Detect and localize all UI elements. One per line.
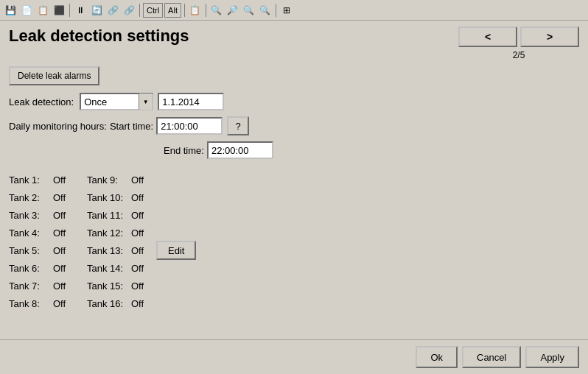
nav-row: < > <box>458 27 579 47</box>
tank-label-3: Tank 3: <box>9 210 53 221</box>
tank-row-left-3: Tank 3:Off <box>9 206 75 224</box>
tanks-col-left: Tank 1:OffTank 2:OffTank 3:OffTank 4:Off… <box>9 171 75 334</box>
toolbar-zoom-custom[interactable]: 🔍 <box>258 3 273 18</box>
tanks-section: Tank 1:OffTank 2:OffTank 3:OffTank 4:Off… <box>9 171 579 334</box>
daily-monitoring-row: Daily monitoring hours: Start time: ? <box>9 116 579 135</box>
tank-row-left-6: Tank 6:Off <box>9 259 75 277</box>
tank-row-left-7: Tank 7:Off <box>9 277 75 294</box>
leak-detection-dropdown[interactable]: Once ▼ <box>80 93 153 110</box>
toolbar-zoom-fit[interactable]: 🔍 <box>242 3 256 18</box>
tank-label-6: Tank 6: <box>9 263 53 274</box>
toolbar-ctrl-btn[interactable]: Ctrl <box>143 3 163 18</box>
toolbar-icon-7[interactable]: 🔗 <box>105 3 120 18</box>
toolbar-icon-3[interactable]: 📋 <box>35 3 50 18</box>
leak-detection-row: Leak detection: Once ▼ <box>9 93 579 110</box>
tank-label-16: Tank 16: <box>87 298 131 309</box>
tanks-wrapper: Tank 1:OffTank 2:OffTank 3:OffTank 4:Off… <box>9 171 579 334</box>
tank-label-10: Tank 10: <box>87 192 131 203</box>
start-time-input[interactable] <box>156 117 223 135</box>
tank-status-13: Off <box>131 245 153 256</box>
tank-status-15: Off <box>131 280 153 292</box>
page-header: Leak detection settings < > 2/5 <box>9 27 579 60</box>
toolbar: 💾 📄 📋 ⬛ ⏸ 🔄 🔗 🔗 Ctrl Alt 📋 🔍 🔎 🔍 🔍 ⊞ <box>0 0 588 21</box>
delete-section: Delete leak alarms <box>9 66 579 93</box>
tank-status-2: Off <box>53 192 75 203</box>
tank-label-1: Tank 1: <box>9 174 53 186</box>
toolbar-sep-2 <box>139 4 140 17</box>
tank-status-4: Off <box>53 227 75 239</box>
tank-row-right-10: Tank 10:Off <box>87 188 196 206</box>
leak-detection-value: Once <box>81 96 139 107</box>
tanks-col-right: Tank 9:OffTank 10:OffTank 11:OffTank 12:… <box>87 171 196 334</box>
dropdown-arrow-icon[interactable]: ▼ <box>139 94 152 110</box>
cancel-button[interactable]: Cancel <box>462 346 521 368</box>
end-time-input[interactable] <box>207 141 273 159</box>
tank-status-10: Off <box>131 192 153 203</box>
tank-status-6: Off <box>53 263 75 274</box>
tank-row-right-14: Tank 14:Off <box>87 259 196 277</box>
next-button[interactable]: > <box>520 27 579 47</box>
tank-status-5: Off <box>53 245 75 256</box>
main-content: Leak detection settings < > 2/5 Delete l… <box>0 21 588 339</box>
tank-label-5: Tank 5: <box>9 245 53 256</box>
tank-label-14: Tank 14: <box>87 263 131 274</box>
end-time-row: End time: <box>9 141 579 159</box>
tank-label-11: Tank 11: <box>87 210 131 221</box>
tank-status-14: Off <box>131 263 153 274</box>
toolbar-icon-8[interactable]: 🔗 <box>122 3 136 18</box>
tank-row-right-13: Tank 13:OffEdit <box>87 241 196 259</box>
page-title: Leak detection settings <box>9 27 189 46</box>
tank-status-1: Off <box>53 174 75 186</box>
toolbar-sep-3 <box>184 4 185 17</box>
tank-label-7: Tank 7: <box>9 280 53 292</box>
help-button[interactable]: ? <box>227 116 249 135</box>
tank-row-left-4: Tank 4:Off <box>9 224 75 241</box>
tank-label-4: Tank 4: <box>9 227 53 239</box>
tank-row-right-9: Tank 9:Off <box>87 171 196 188</box>
toolbar-icon-9[interactable]: 📋 <box>188 3 203 18</box>
leak-detection-label: Leak detection: <box>9 96 74 107</box>
nav-buttons: < > 2/5 <box>458 27 579 60</box>
end-time-label: End time: <box>164 145 204 156</box>
tank-label-2: Tank 2: <box>9 192 53 203</box>
date-input[interactable] <box>158 93 224 110</box>
tank-status-12: Off <box>131 227 153 239</box>
tank-row-left-2: Tank 2:Off <box>9 188 75 206</box>
tank-row-right-11: Tank 11:Off <box>87 206 196 224</box>
edit-button[interactable]: Edit <box>156 241 196 260</box>
daily-monitoring-label: Daily monitoring hours: <box>9 121 107 132</box>
toolbar-icon-2[interactable]: 📄 <box>19 3 34 18</box>
tank-label-12: Tank 12: <box>87 227 131 239</box>
tank-status-3: Off <box>53 210 75 221</box>
toolbar-icon-4[interactable]: ⬛ <box>52 3 66 18</box>
toolbar-sep-1 <box>69 4 70 17</box>
toolbar-icon-5[interactable]: ⏸ <box>73 3 88 18</box>
tank-status-9: Off <box>131 174 153 186</box>
prev-button[interactable]: < <box>458 27 517 47</box>
footer: Ok Cancel Apply <box>0 339 588 374</box>
delete-leak-alarms-button[interactable]: Delete leak alarms <box>9 66 99 85</box>
tank-row-left-1: Tank 1:Off <box>9 171 75 188</box>
tank-status-11: Off <box>131 210 153 221</box>
tank-status-16: Off <box>131 298 153 309</box>
tank-label-8: Tank 8: <box>9 298 53 309</box>
tank-row-right-16: Tank 16:Off <box>87 294 196 312</box>
page-indicator: 2/5 <box>513 50 525 60</box>
apply-button[interactable]: Apply <box>525 346 579 368</box>
start-time-label: Start time: <box>110 121 153 132</box>
toolbar-sep-5 <box>276 4 276 17</box>
toolbar-zoom-out[interactable]: 🔍 <box>209 3 224 18</box>
toolbar-sep-4 <box>206 4 206 17</box>
toolbar-zoom-in[interactable]: 🔎 <box>225 3 240 18</box>
tank-label-9: Tank 9: <box>87 174 131 186</box>
tank-label-15: Tank 15: <box>87 280 131 292</box>
tank-row-left-5: Tank 5:Off <box>9 241 75 259</box>
toolbar-icon-1[interactable]: 💾 <box>3 3 18 18</box>
toolbar-icon-6[interactable]: 🔄 <box>89 3 104 18</box>
toolbar-grid-icon[interactable]: ⊞ <box>279 3 294 18</box>
tank-status-8: Off <box>53 298 75 309</box>
tank-row-right-15: Tank 15:Off <box>87 277 196 294</box>
toolbar-alt-btn[interactable]: Alt <box>164 3 181 18</box>
ok-button[interactable]: Ok <box>416 346 458 368</box>
tank-row-left-8: Tank 8:Off <box>9 294 75 312</box>
